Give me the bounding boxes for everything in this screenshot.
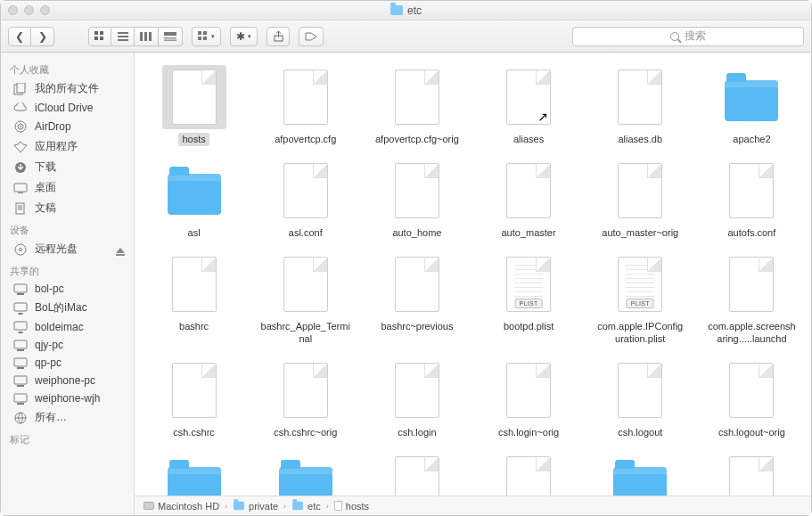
sidebar-item[interactable]: 我的所有文件 <box>1 78 134 99</box>
file-icon: ↖ <box>496 65 561 129</box>
disc-icon <box>13 243 28 256</box>
sidebar-item[interactable]: bol-pc <box>1 280 134 298</box>
sidebar[interactable]: 个人收藏我的所有文件iCloud DriveAirDrop应用程序下载桌面文稿设… <box>1 53 135 515</box>
file-label: bootpd.plist <box>500 320 557 333</box>
sidebar-item[interactable]: BoL的iMac <box>1 298 134 318</box>
file-item[interactable]: csh.login <box>361 355 472 448</box>
file-item[interactable] <box>696 448 808 496</box>
zoom-button[interactable] <box>40 5 50 15</box>
file-area[interactable]: hostsafpovertcp.cfgafpovertcp.cfg~orig↖a… <box>135 53 811 496</box>
file-item[interactable]: asl <box>138 155 250 249</box>
sidebar-item[interactable]: 下载 <box>1 157 134 177</box>
folder-icon <box>274 452 338 496</box>
sidebar-item[interactable]: 远程光盘 <box>1 239 134 259</box>
svg-rect-39 <box>17 367 24 369</box>
svg-rect-3 <box>100 37 103 40</box>
file-label: apache2 <box>729 133 774 146</box>
file-item[interactable]: aliases.db <box>585 61 696 155</box>
file-item[interactable]: bashrc_Apple_Terminal <box>250 249 361 354</box>
file-label: com.apple.IPConfiguration.plist <box>591 320 689 345</box>
sidebar-item[interactable]: 应用程序 <box>1 136 134 157</box>
path-segment[interactable]: private <box>233 501 278 512</box>
sidebar-item-label: weiphone-pc <box>35 374 95 387</box>
file-item[interactable]: autofs.conf <box>696 155 808 249</box>
list-view-button[interactable] <box>111 27 135 46</box>
file-label: asl <box>185 226 204 240</box>
back-button[interactable]: ❮ <box>8 27 31 46</box>
path-segment[interactable]: Macintosh HD <box>144 501 219 512</box>
pc-icon <box>13 393 28 405</box>
forward-button[interactable]: ❯ <box>31 27 54 46</box>
sidebar-item[interactable]: 所有… <box>1 407 134 428</box>
file-item[interactable]: auto_master~orig <box>585 155 696 249</box>
icon-view-button[interactable] <box>88 27 111 46</box>
file-item[interactable]: bashrc <box>138 249 250 354</box>
file-label: aliases.db <box>614 133 666 146</box>
file-item[interactable]: com.apple.screensharing.....launchd <box>696 249 808 354</box>
svg-rect-34 <box>14 303 27 311</box>
tags-button[interactable] <box>299 27 324 46</box>
share-button[interactable] <box>267 27 290 46</box>
search-icon <box>670 32 679 41</box>
path-segment[interactable]: hosts <box>334 501 369 512</box>
file-icon <box>719 358 783 422</box>
minimize-button[interactable] <box>24 5 34 15</box>
file-item[interactable]: csh.login~orig <box>472 355 584 448</box>
svg-rect-36 <box>14 340 27 348</box>
sidebar-item-label: iCloud Drive <box>35 102 93 114</box>
file-item[interactable] <box>585 448 696 496</box>
file-item[interactable] <box>361 448 472 496</box>
sidebar-item[interactable]: qjy-pc <box>1 336 134 354</box>
file-item[interactable]: apache2 <box>696 61 808 155</box>
action-button[interactable]: ✱▾ <box>230 27 258 46</box>
sidebar-item[interactable]: boldeimac <box>1 318 134 336</box>
file-item[interactable]: PLISTbootpd.plist <box>472 249 584 354</box>
sidebar-item[interactable]: iCloud Drive <box>1 99 134 117</box>
file-label: aliases <box>510 133 547 146</box>
sidebar-item[interactable]: AirDrop <box>1 117 134 136</box>
finder-window: etc ❮ ❯ ▾ ✱▾ <box>0 0 812 516</box>
file-item[interactable]: auto_master <box>472 155 584 249</box>
file-item[interactable]: PLISTcom.apple.IPConfiguration.plist <box>585 249 696 354</box>
file-label: autofs.conf <box>724 226 779 240</box>
window-title: etc <box>1 4 811 17</box>
coverflow-view-button[interactable] <box>159 27 183 46</box>
file-item[interactable]: csh.logout~orig <box>696 355 808 448</box>
arrange-button[interactable]: ▾ <box>192 27 221 46</box>
sidebar-item[interactable]: 文稿 <box>1 198 134 218</box>
sidebar-item-label: 远程光盘 <box>35 242 78 257</box>
file-item[interactable] <box>472 448 584 496</box>
file-item[interactable] <box>250 448 361 496</box>
file-item[interactable] <box>138 448 250 496</box>
file-item[interactable]: csh.logout <box>585 355 696 448</box>
disk-icon <box>144 502 154 510</box>
svg-rect-37 <box>17 349 24 351</box>
sidebar-item[interactable]: weiphone-pc <box>1 372 134 389</box>
path-label: hosts <box>346 501 369 512</box>
search-field[interactable]: 搜索 <box>572 27 804 46</box>
file-item[interactable]: auto_home <box>361 155 472 249</box>
svg-rect-42 <box>14 394 27 402</box>
file-item[interactable]: ↖aliases <box>472 61 584 155</box>
column-view-button[interactable] <box>135 27 159 46</box>
sidebar-item[interactable]: weiphone-wjh <box>1 389 134 407</box>
pc-icon <box>13 375 28 387</box>
file-item[interactable]: afpovertcp.cfg <box>250 61 361 155</box>
file-item[interactable]: bashrc~previous <box>361 249 472 354</box>
file-icon <box>162 65 226 129</box>
path-segment[interactable]: etc <box>291 501 321 512</box>
sidebar-item[interactable]: 桌面 <box>1 177 134 198</box>
file-item[interactable]: afpovertcp.cfg~orig <box>361 61 472 155</box>
eject-icon[interactable] <box>116 243 125 256</box>
sidebar-item-label: 我的所有文件 <box>35 81 99 96</box>
download-icon <box>13 161 28 174</box>
file-item[interactable]: hosts <box>138 61 250 155</box>
file-item[interactable]: csh.cshrc~orig <box>250 355 361 448</box>
close-button[interactable] <box>8 5 18 15</box>
sidebar-item[interactable]: qp-pc <box>1 354 134 372</box>
sidebar-header: 设备 <box>1 218 134 239</box>
file-item[interactable]: asl.conf <box>250 155 361 249</box>
share-icon <box>274 31 283 42</box>
file-item[interactable]: csh.cshrc <box>138 355 250 448</box>
file-label: afpovertcp.cfg~orig <box>372 133 463 146</box>
